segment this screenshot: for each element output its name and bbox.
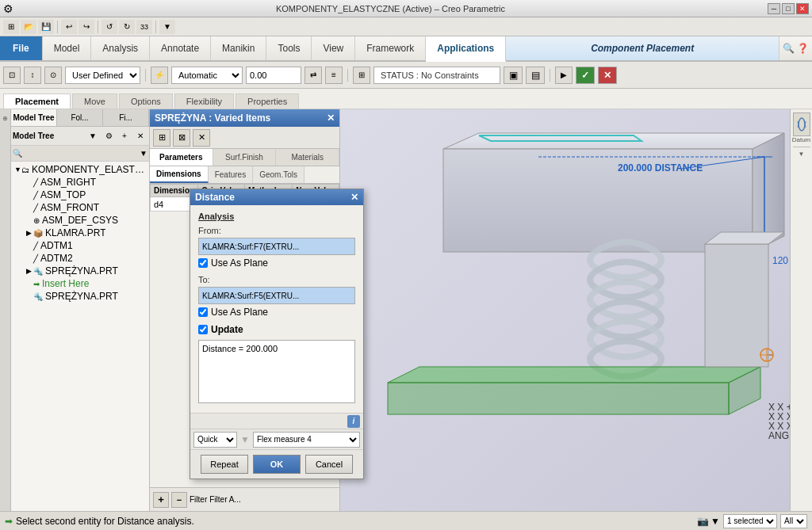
tree-item-adtm2[interactable]: ╱ ADTM2 bbox=[11, 252, 149, 265]
subtab-properties[interactable]: Properties bbox=[236, 93, 299, 109]
sp-dim-tab-geomtols[interactable]: Geom.Tols bbox=[253, 166, 304, 183]
tree-search-input[interactable] bbox=[22, 147, 140, 160]
confirm-btn[interactable]: ✓ bbox=[576, 67, 595, 84]
placement-type-select[interactable]: User Defined bbox=[65, 67, 140, 84]
cancel-button[interactable]: Cancel bbox=[305, 455, 353, 474]
tree-item-asm-front[interactable]: ╱ ASM_FRONT bbox=[11, 201, 149, 214]
datum-button[interactable]: Datum bbox=[793, 112, 810, 143]
arrow-btn[interactable]: ▼ bbox=[159, 20, 175, 34]
regen-btn[interactable]: ↺ bbox=[102, 20, 117, 34]
undo-btn[interactable]: ↩ bbox=[61, 20, 77, 34]
maximize-button[interactable]: □ bbox=[782, 3, 795, 14]
sp-add-button[interactable]: + bbox=[153, 492, 169, 508]
tree-expand-btn[interactable]: + bbox=[117, 129, 132, 143]
sp-remove-button[interactable]: − bbox=[171, 492, 187, 508]
quick-select[interactable]: Quick bbox=[193, 432, 237, 448]
tree-label-insert-here: Insert Here bbox=[42, 278, 89, 289]
distance-close[interactable]: ✕ bbox=[350, 192, 358, 203]
sp-dim-tab-dimensions[interactable]: Dimensions bbox=[150, 166, 209, 183]
close-button[interactable]: ✕ bbox=[796, 3, 809, 14]
sp-tab-parameters[interactable]: Parameters bbox=[150, 149, 213, 166]
expand-icon[interactable]: ▼ bbox=[14, 166, 21, 173]
selection-count-select[interactable]: 1 selected bbox=[723, 514, 777, 528]
to-checkbox[interactable] bbox=[198, 307, 208, 317]
from-input[interactable] bbox=[198, 238, 355, 255]
varied-items-close[interactable]: ✕ bbox=[327, 112, 335, 124]
search-icon[interactable]: 🔍 bbox=[783, 43, 795, 54]
status-icon2[interactable]: ▤ bbox=[526, 67, 545, 84]
3d-viewport[interactable]: ⊞ 🔍 🔍 ✋ ↺ ◫ ⊡ ⊟ ▣ ⊞ ⊠ ≡ ⊡ ⚙ ⊞ bbox=[340, 109, 790, 511]
panel-tab-model-tree[interactable]: Model Tree bbox=[11, 109, 57, 126]
from-checkbox[interactable] bbox=[198, 258, 208, 268]
help-icon[interactable]: ❓ bbox=[797, 43, 809, 54]
minimize-button[interactable]: ─ bbox=[768, 3, 780, 14]
tab-annotate[interactable]: Annotate bbox=[150, 36, 211, 60]
offset-btn[interactable]: ≡ bbox=[325, 67, 343, 84]
sp-btn3[interactable]: ✕ bbox=[193, 129, 210, 147]
datum-arrow-icon: ▼ bbox=[799, 151, 805, 158]
subtab-options[interactable]: Options bbox=[119, 93, 173, 109]
tab-file[interactable]: File bbox=[0, 36, 43, 60]
to-input[interactable] bbox=[198, 287, 355, 304]
tab-tools[interactable]: Tools bbox=[266, 36, 312, 60]
tree-item-adtm1[interactable]: ╱ ADTM1 bbox=[11, 239, 149, 252]
flex-measure-select[interactable]: Flex measure 4 bbox=[253, 432, 360, 448]
subtab-flexibility[interactable]: Flexibility bbox=[174, 93, 234, 109]
update-checkbox[interactable] bbox=[198, 325, 208, 334]
tab-framework[interactable]: Framework bbox=[355, 36, 426, 60]
panel-tab-files[interactable]: Fi... bbox=[103, 109, 149, 126]
tab-analysis[interactable]: Analysis bbox=[91, 36, 150, 60]
ref-btn[interactable]: ⊞ bbox=[353, 67, 370, 84]
tab-model[interactable]: Model bbox=[43, 36, 92, 60]
save-btn[interactable]: 💾 bbox=[38, 20, 54, 34]
sp-btn1[interactable]: ⊞ bbox=[153, 129, 170, 147]
num-btn[interactable]: 33 bbox=[136, 20, 152, 34]
subtab-placement[interactable]: Placement bbox=[3, 93, 71, 109]
sp-tab-surffinish[interactable]: Surf.Finish bbox=[213, 149, 277, 166]
tree-item-sprezyna1[interactable]: ▶ 🔩 SPRĘŻYNA.PRT bbox=[11, 265, 149, 277]
sp-tab-materials[interactable]: Materials bbox=[276, 149, 339, 166]
tree-item-asm-def-csys[interactable]: ⊕ ASM_DEF_CSYS bbox=[11, 214, 149, 227]
tree-search-bar: 🔍 ▼ bbox=[11, 146, 149, 162]
offset-input[interactable] bbox=[246, 67, 301, 84]
selection-filter-select[interactable]: All bbox=[780, 514, 807, 528]
redo-btn[interactable]: ↪ bbox=[79, 20, 94, 34]
snap-btn[interactable]: ⊡ bbox=[3, 67, 21, 84]
sp-filter-value[interactable]: Filter A... bbox=[209, 495, 240, 504]
tab-manikin[interactable]: Manikin bbox=[211, 36, 266, 60]
datum-icon[interactable] bbox=[793, 112, 810, 136]
panel-tab-folder[interactable]: Fol... bbox=[57, 109, 103, 126]
info-icon[interactable]: i bbox=[347, 415, 360, 428]
status-icon1[interactable]: ▣ bbox=[504, 67, 523, 84]
tab-view[interactable]: View bbox=[312, 36, 355, 60]
regen2-btn[interactable]: ↻ bbox=[119, 20, 135, 34]
sp-btn2[interactable]: ⊠ bbox=[173, 129, 190, 147]
tree-item-klamra[interactable]: ▶ 📦 KLAMRA.PRT bbox=[11, 227, 149, 239]
move-btn[interactable]: ↕ bbox=[24, 67, 41, 84]
play-btn[interactable]: ▶ bbox=[555, 67, 573, 84]
tree-item-asm-top[interactable]: ╱ ASM_TOP bbox=[11, 189, 149, 201]
camera-icon[interactable]: 📷 bbox=[697, 516, 709, 527]
orient-btn[interactable]: ⊙ bbox=[44, 67, 62, 84]
tree-filter-btn[interactable]: ▼ bbox=[86, 129, 100, 143]
tree-item-sprezyna2[interactable]: 🔩 SPRĘŻYNA.PRT bbox=[11, 290, 149, 303]
tab-component-placement[interactable]: Component Placement bbox=[506, 36, 779, 60]
datum-expand-btn[interactable]: ▼ bbox=[793, 151, 810, 158]
tab-applications[interactable]: Applications bbox=[426, 36, 506, 62]
tree-item-root[interactable]: ▼ 🗂 KOMPONENTY_ELASTYCZNE.ASM bbox=[11, 163, 149, 176]
tree-settings-btn[interactable]: ⚙ bbox=[102, 129, 116, 143]
cancel-tb-btn[interactable]: ✕ bbox=[598, 67, 617, 84]
new-btn[interactable]: ⊞ bbox=[3, 20, 19, 34]
auto-select[interactable]: Automatic bbox=[171, 67, 243, 84]
tree-item-asm-right[interactable]: ╱ ASM_RIGHT bbox=[11, 176, 149, 189]
open-btn[interactable]: 📂 bbox=[21, 20, 36, 34]
sp-dim-tab-features[interactable]: Features bbox=[209, 166, 253, 183]
camera-dropdown[interactable]: ▼ bbox=[710, 516, 720, 527]
tree-item-insert-here[interactable]: ➡ Insert Here bbox=[11, 277, 149, 290]
ok-button[interactable]: OK bbox=[253, 455, 301, 474]
auto-btn[interactable]: ⚡ bbox=[151, 67, 168, 84]
flip-btn[interactable]: ⇄ bbox=[304, 67, 322, 84]
subtab-move[interactable]: Move bbox=[72, 93, 117, 109]
tree-close-btn[interactable]: ✕ bbox=[133, 129, 147, 143]
repeat-button[interactable]: Repeat bbox=[201, 455, 248, 474]
